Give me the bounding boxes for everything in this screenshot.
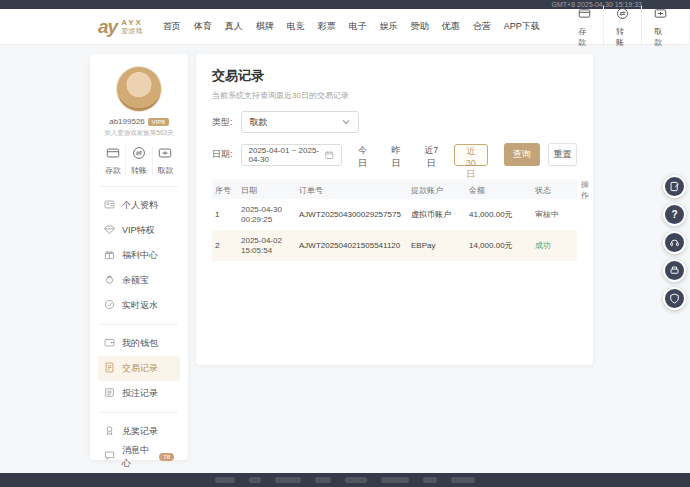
partner-logo: [451, 477, 475, 483]
message-icon: [104, 450, 115, 463]
sidebar-item-label: 兑奖记录: [122, 425, 158, 438]
sidebar-item-bets[interactable]: 投注记录: [98, 381, 180, 406]
date-range-value: 2025-04-01 ~ 2025-04-30: [249, 146, 326, 164]
app-download-button[interactable]: [663, 259, 686, 282]
type-label: 类型:: [212, 116, 233, 129]
table-row[interactable]: 1 2025-04-30 00:29:25 AJWT20250430002925…: [212, 199, 577, 230]
sidebar-item-label: VIP特权: [122, 224, 155, 237]
sidebar-item-welfare[interactable]: 福利中心: [98, 243, 180, 268]
sidebar-transfer-label: 转账: [131, 165, 147, 176]
sidebar-item-profile[interactable]: 个人资料: [98, 193, 180, 218]
range-today-button[interactable]: 今日: [350, 144, 376, 166]
sidebar: ab199526 VIP8 加入爱游戏家族第563天 存款 转账 取款 个人资料: [90, 54, 188, 460]
table-row[interactable]: 2 2025-04-02 15:05:54 AJWT20250402150554…: [212, 230, 577, 261]
main-panel: 交易记录 当前系统支持查询最近30日的交易记录 类型: 取款 日期: 2025-…: [196, 54, 593, 365]
withdraw-button[interactable]: 取款: [641, 6, 679, 48]
nav-item-slots[interactable]: 电子: [349, 20, 367, 33]
nav-item-promo[interactable]: 优惠: [442, 20, 460, 33]
help-button[interactable]: ?: [663, 203, 686, 226]
chevron-down-icon: [342, 118, 350, 126]
sidebar-item-vip[interactable]: VIP特权: [98, 218, 180, 243]
bet-record-icon: [104, 387, 115, 400]
withdraw-label: 取款: [654, 26, 667, 48]
nav-item-live[interactable]: 真人: [225, 20, 243, 33]
brand-logo[interactable]: ay AYX 爱游戏: [98, 16, 143, 38]
sidebar-username: ab199526: [109, 117, 145, 126]
range-30days-button[interactable]: 近30日: [454, 144, 488, 166]
nav-item-entertainment[interactable]: 娱乐: [380, 20, 398, 33]
nav-item-cards[interactable]: 棋牌: [256, 20, 274, 33]
col-account: 提款账户: [408, 185, 466, 196]
range-yesterday-button[interactable]: 昨日: [383, 144, 409, 166]
sidebar-item-prizes[interactable]: 兑奖记录: [98, 419, 180, 444]
sidebar-deposit-button[interactable]: 存款: [100, 146, 125, 176]
cell-index: 2: [212, 238, 238, 253]
cell-amount: 14,000.00元: [466, 237, 532, 254]
cell-action: [578, 243, 584, 249]
sidebar-item-wallet[interactable]: 我的钱包: [98, 331, 180, 356]
deposit-card-icon: [578, 6, 591, 24]
transfer-icon: [132, 146, 146, 162]
nav-item-partner[interactable]: 合营: [473, 20, 491, 33]
sidebar-item-messages[interactable]: 消息中心 78: [98, 444, 180, 469]
cell-order: AJWT202504300029257575: [296, 207, 408, 222]
partner-logo: [275, 477, 301, 483]
cell-date: 2025-04-30 00:29:25: [238, 202, 296, 228]
search-button[interactable]: 查询: [504, 143, 540, 166]
deposit-label: 存款: [578, 26, 591, 48]
cell-account: EBPay: [408, 238, 466, 253]
unread-count-badge: 78: [159, 453, 174, 461]
sidebar-avatar[interactable]: [116, 66, 162, 112]
partner-logo: [423, 477, 437, 483]
sidebar-item-yuebao[interactable]: 余额宝: [98, 268, 180, 293]
page-title: 交易记录: [212, 67, 577, 85]
divider: [100, 324, 178, 325]
security-shield-icon: [669, 293, 680, 304]
customer-service-button[interactable]: [663, 231, 686, 254]
sidebar-item-label: 消息中心: [122, 444, 152, 470]
nav-item-home[interactable]: 首页: [163, 20, 181, 33]
gift-icon: [104, 249, 115, 262]
sidebar-withdraw-label: 取款: [157, 165, 173, 176]
feedback-doc-icon: [669, 181, 680, 192]
deposit-button[interactable]: 存款: [566, 6, 603, 48]
col-action: 操作: [578, 179, 592, 201]
range-7days-button[interactable]: 近7日: [417, 144, 446, 166]
date-range-input[interactable]: 2025-04-01 ~ 2025-04-30: [241, 144, 342, 166]
sidebar-withdraw-button[interactable]: 取款: [152, 146, 178, 176]
nav-item-sports[interactable]: 体育: [194, 20, 212, 33]
page: GMT+8 2025-04-30 15:19:33 ay AYX 爱游戏 首页 …: [0, 0, 690, 487]
footer-strip: [0, 473, 690, 487]
feedback-doc-button[interactable]: [663, 175, 686, 198]
transfer-button[interactable]: 转账: [603, 6, 641, 48]
partner-logo: [249, 477, 261, 483]
date-label: 日期:: [212, 148, 233, 161]
table-header: 序号 日期 订单号 提款账户 金额 状态 操作: [212, 179, 577, 199]
partner-logo: [345, 477, 367, 483]
subtitle-prefix: 当前系统支持查询最近: [212, 91, 292, 100]
join-days-text: 加入爱游戏家族第563天: [90, 129, 188, 138]
nav-item-esports[interactable]: 电竞: [287, 20, 305, 33]
sidebar-item-label: 投注记录: [122, 387, 158, 400]
logo-subtitle: 爱游戏: [121, 27, 143, 35]
question-icon: ?: [671, 210, 677, 220]
main-nav: ay AYX 爱游戏 首页 体育 真人 棋牌 电竞 彩票 电子 娱乐 赞助 优惠…: [0, 9, 690, 45]
sidebar-transfer-button[interactable]: 转账: [125, 146, 151, 176]
withdraw-card-icon: [654, 6, 667, 24]
page-subtitle: 当前系统支持查询最近30日的交易记录: [212, 90, 577, 101]
cell-account: 虚拟币账户: [408, 206, 466, 223]
security-button[interactable]: [663, 287, 686, 310]
nav-item-sponsor[interactable]: 赞助: [411, 20, 429, 33]
sidebar-item-rebate[interactable]: 实时返水: [98, 293, 180, 318]
sidebar-item-transactions[interactable]: 交易记录: [98, 356, 180, 381]
rebate-icon: [104, 299, 115, 312]
sidebar-item-label: 福利中心: [122, 249, 158, 262]
cell-action: [578, 212, 584, 218]
nav-item-app-download[interactable]: APP下载: [504, 20, 540, 33]
col-order: 订单号: [296, 185, 408, 196]
partner-logo: [381, 477, 409, 483]
reset-button[interactable]: 重置: [548, 143, 577, 166]
type-select[interactable]: 取款: [241, 111, 359, 133]
transactions-table: 序号 日期 订单号 提款账户 金额 状态 操作 1 2025-04-30 00:…: [212, 179, 577, 261]
nav-item-lottery[interactable]: 彩票: [318, 20, 336, 33]
